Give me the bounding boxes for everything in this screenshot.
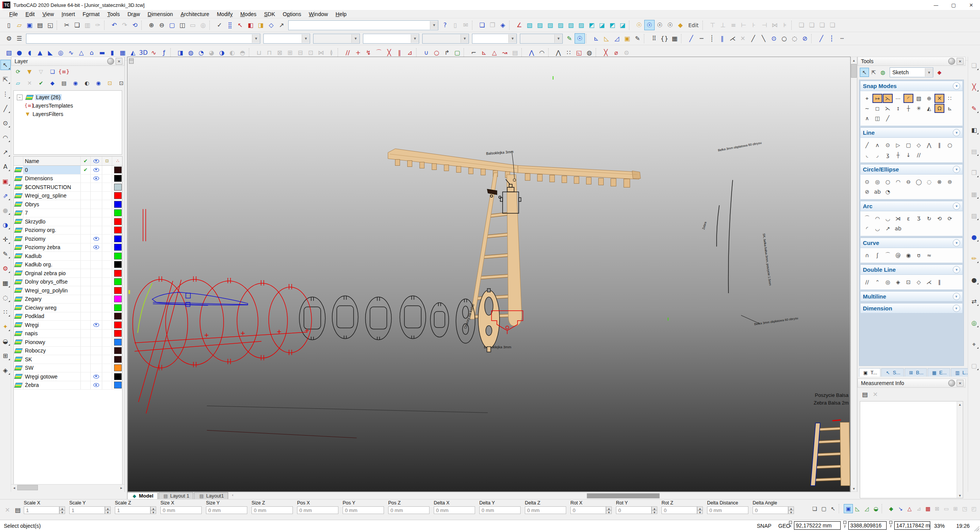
close-icon[interactable]: ✕ (957, 380, 964, 387)
layer-row[interactable]: Obrys (14, 200, 122, 209)
layer-active-cell[interactable] (81, 209, 91, 217)
layer-visibility-cell[interactable] (91, 372, 102, 381)
layer-color-cell[interactable] (112, 269, 122, 277)
corner-gray-button[interactable]: ▤ (510, 47, 520, 58)
move-mode-button[interactable]: ◆ (887, 504, 896, 513)
field-value[interactable]: 0 mm (434, 506, 475, 514)
style-preset-combo[interactable]: Sketch ▾ (890, 67, 933, 77)
snap-face-button[interactable]: ◻ (872, 104, 882, 113)
snap-tangent-button[interactable]: ∼ (862, 104, 872, 113)
layer-name[interactable]: 7 (23, 209, 81, 217)
line-irregular-polygon-button[interactable]: ⊙ (883, 140, 893, 150)
view-iso-sw-button[interactable]: ◪ (617, 20, 628, 30)
workplane-box-button[interactable]: ▣ (622, 33, 632, 44)
chevron-up-icon[interactable]: « (953, 129, 960, 136)
layer-active-cell[interactable] (81, 183, 91, 191)
layer-filter-button[interactable]: ▼ (25, 67, 34, 76)
layer-name[interactable]: Żebra (23, 381, 81, 390)
measurement-report-area[interactable]: ▴ ▾ (860, 401, 963, 498)
select-window-button[interactable]: ▦ (0, 278, 11, 288)
layer-palette-titlebar[interactable]: Layer ✕ (11, 57, 124, 66)
layer-active-cell[interactable] (81, 347, 91, 355)
print-setup-button[interactable]: ☰ (14, 33, 24, 44)
layer-active-cell[interactable] (81, 355, 91, 364)
layer-lock-cell[interactable] (102, 338, 112, 346)
layer-name[interactable]: Wręgi (23, 321, 81, 329)
layer-row[interactable]: Kadlub (14, 252, 122, 261)
snap-workplane-button[interactable]: ▧ (914, 94, 924, 103)
align-left-button[interactable]: ⊢ (738, 20, 749, 30)
chevron-up-icon[interactable]: « (953, 202, 960, 210)
layer-lock-cell[interactable] (102, 217, 112, 226)
layer-name[interactable]: Roboczy (23, 347, 81, 355)
line-tangent-2arc-button[interactable]: ʒ (883, 150, 893, 160)
spin-up-icon[interactable]: ▲ (150, 506, 156, 510)
array-mode-button[interactable]: ⊠ (933, 504, 942, 513)
modify-chamfer-button[interactable]: ╳ (384, 47, 394, 58)
layer-visibility-cell[interactable] (91, 321, 102, 329)
bool-slice-button[interactable]: ⊞ (285, 47, 295, 58)
edit-seg-v-button[interactable]: ┆ (826, 33, 837, 44)
bool-intersect-button[interactable]: ⊠ (274, 47, 285, 58)
toggle-visibility-button[interactable]: ◉ (94, 78, 103, 88)
layer-row[interactable]: Kadłub org. (14, 261, 122, 269)
pick-point-button[interactable]: ↖ (235, 20, 245, 30)
line-rotated-rect-button[interactable]: ◇ (914, 140, 924, 150)
corner-tri-button[interactable]: △ (489, 47, 500, 58)
spin-down-icon[interactable]: ▼ (652, 510, 657, 514)
edit-ellipse-button[interactable]: ⊘ (800, 33, 810, 44)
circle-center-point-button[interactable]: ⊙ (862, 177, 872, 186)
layer-active-cell[interactable] (81, 295, 91, 304)
pin-icon[interactable] (948, 58, 955, 65)
sheet-tab-layout-1[interactable]: ▤Layout 1 (158, 492, 194, 499)
layer-name[interactable]: SK (23, 355, 81, 364)
line-angular-button[interactable]: ⋀ (924, 140, 934, 150)
palette-tab-E[interactable]: ▦E... (928, 368, 950, 377)
layer-row[interactable]: Żebra (14, 381, 122, 390)
snap-mini-a-button[interactable]: ⋀ (553, 47, 564, 58)
edit-circle-d-button[interactable]: ◌ (789, 33, 800, 44)
color-column-header[interactable]: ∴ (112, 157, 122, 165)
solid-rod-button[interactable]: ▮ (107, 47, 118, 58)
layer-lock-cell[interactable] (102, 269, 112, 277)
menu-draw[interactable]: Draw (124, 10, 144, 18)
layer-row[interactable]: Poziomy org. (14, 226, 122, 235)
redo-button[interactable]: ↷ (119, 20, 130, 30)
layer-lock-cell[interactable] (102, 192, 112, 200)
tools-palette-titlebar[interactable]: Tools ✕ (858, 57, 965, 66)
layer-lock-cell[interactable] (102, 372, 112, 381)
line-multiline-button[interactable]: ʌ (872, 140, 882, 150)
layer-visibility-cell[interactable] (91, 175, 102, 183)
thicken-button[interactable]: ◐ (227, 47, 237, 58)
new-object-button[interactable]: ✦ (0, 321, 11, 332)
table-grid-button[interactable]: ▦ (969, 189, 979, 199)
layer-visibility-cell[interactable] (91, 209, 102, 217)
dline-circle-button[interactable]: ◎ (883, 277, 893, 287)
pin-icon[interactable] (948, 380, 955, 387)
layer-color-cell[interactable] (112, 278, 122, 286)
modify-extend-button[interactable]: + (353, 47, 363, 58)
curve-spiral-button[interactable]: @ (893, 251, 903, 260)
layer-visibility-cell[interactable] (91, 295, 102, 304)
layer-active-cell[interactable] (81, 200, 91, 209)
measurement-titlebar[interactable]: Measurement Info ✕ (858, 379, 965, 388)
layer-color-cell[interactable] (112, 261, 122, 269)
render-draft-button[interactable]: ☉ (644, 20, 655, 30)
text-tool-button[interactable]: A (0, 162, 11, 172)
snap-on-line-button[interactable]: ⋯ (893, 94, 903, 103)
chevron-down-icon[interactable]: » (953, 293, 960, 300)
maximize-button[interactable]: ▢ (945, 0, 962, 10)
array-copy-1-button[interactable]: ❏ (796, 20, 807, 30)
arc-start-end-button[interactable]: ◡ (883, 214, 893, 223)
section-header[interactable]: Line« (860, 127, 963, 138)
sheet-tab-layout1[interactable]: ▤Layout1 (194, 492, 228, 499)
variables-button[interactable]: ⠿ (649, 33, 659, 44)
point-grid-button[interactable]: ⣿ (225, 20, 235, 30)
layer-color-cell[interactable] (112, 304, 122, 312)
scroll-up-icon[interactable]: ▴ (851, 57, 857, 63)
workplane-tri-button[interactable]: ◺ (601, 33, 612, 44)
chevron-up-icon[interactable]: « (953, 82, 960, 90)
view-right-button[interactable]: ▨ (555, 20, 566, 30)
layer-row[interactable]: napis (14, 330, 122, 338)
render-full-button[interactable]: ☉ (665, 20, 675, 30)
